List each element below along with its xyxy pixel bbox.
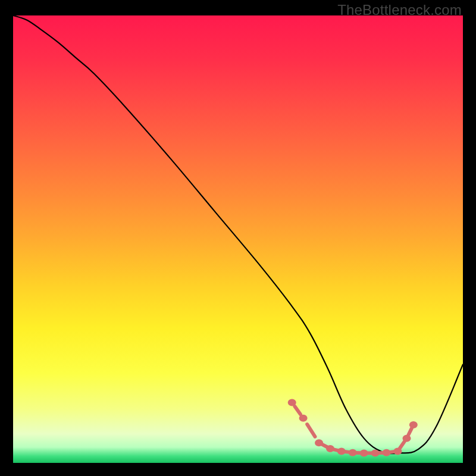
highlight-dot [315, 439, 323, 446]
highlight-dot [326, 445, 334, 452]
highlight-dash [307, 424, 315, 437]
highlight-dots [288, 399, 418, 456]
highlight-dash [322, 444, 327, 447]
highlight-dot [349, 449, 357, 456]
curve-layer [13, 15, 463, 463]
chart-frame: TheBottleneck.com [0, 0, 476, 476]
attribution-text: TheBottleneck.com [337, 2, 462, 18]
highlight-dot [382, 449, 390, 456]
highlight-dot [360, 449, 368, 456]
highlight-dot [299, 415, 308, 422]
plot-area [13, 15, 463, 463]
highlight-dot [403, 435, 411, 442]
bottleneck-curve [13, 15, 463, 453]
highlight-dash [295, 406, 300, 414]
highlight-dash [400, 441, 405, 448]
highlight-dot [393, 447, 402, 455]
highlight-dot [337, 447, 346, 455]
highlight-dash [408, 428, 412, 435]
highlight-dot [371, 449, 380, 456]
highlight-dot [288, 399, 296, 406]
highlight-dot [409, 421, 418, 428]
